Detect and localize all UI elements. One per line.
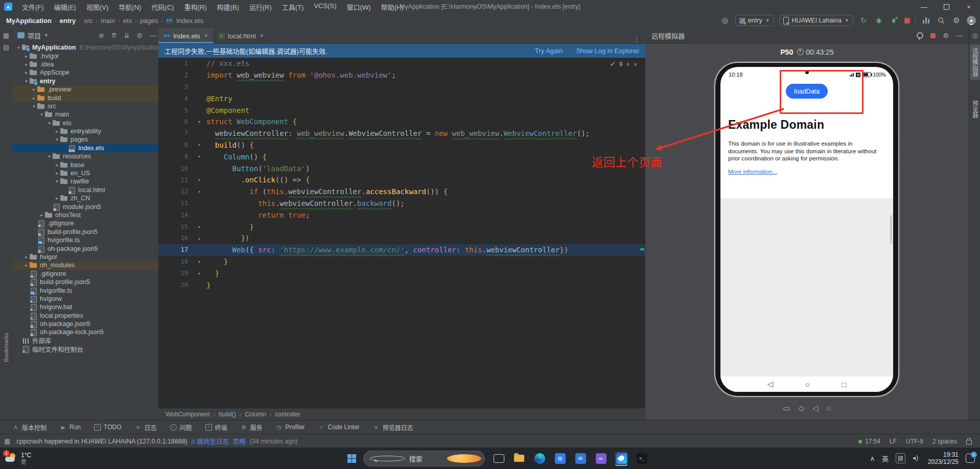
tree-item-build-profile.json5[interactable]: {}build-profile.json5 xyxy=(12,228,158,236)
tree-expand-icon[interactable]: ▸ xyxy=(38,213,45,218)
editor-crumb-Column[interactable]: Column xyxy=(245,411,266,418)
code-line-11[interactable]: 11▾ .onClick(() => { xyxy=(158,174,645,186)
menu-item-文件(F)[interactable]: 文件(F) xyxy=(17,1,49,13)
store-button[interactable]: ⊞ xyxy=(553,452,567,465)
fold-marker[interactable]: ▴ xyxy=(192,259,206,264)
more-information-link[interactable]: More information... xyxy=(728,169,777,175)
tray-expand-icon[interactable]: ∧ xyxy=(870,455,875,462)
tree-item-hvigorfile.ts[interactable]: TShvigorfile.ts xyxy=(12,236,158,244)
code-line-18[interactable]: 18▴ } xyxy=(158,256,645,268)
visual-studio-button[interactable]: ∞ xyxy=(594,452,608,465)
menu-item-视图(V)[interactable]: 视图(V) xyxy=(82,1,113,13)
tree-item-.gitignore[interactable]: ⊘.gitignore xyxy=(12,219,158,227)
jump-to-log-link[interactable]: // 跳转至日志 xyxy=(192,436,229,446)
fold-marker[interactable]: ▴ xyxy=(192,224,206,229)
breadcrumb-item-MyApplication[interactable]: MyApplication xyxy=(6,17,52,25)
stop-icon[interactable] xyxy=(904,18,910,24)
close-tab-icon[interactable]: × xyxy=(204,32,208,39)
code-line-20[interactable]: 20} xyxy=(158,279,645,291)
menu-item-窗口(W)[interactable]: 窗口(W) xyxy=(342,1,376,13)
device-selector[interactable]: HUAWEI Lahaina ▼ xyxy=(779,15,853,26)
page-scrollbar[interactable] xyxy=(890,215,892,244)
tool-window-switcher-icon[interactable]: ▦ xyxy=(4,437,10,445)
code-line-16[interactable]: 16▴ }) xyxy=(158,232,645,244)
toolwindow-button-Profiler[interactable]: ◷Profiler xyxy=(276,424,305,431)
settings-gear-icon[interactable]: ⚙ xyxy=(951,15,962,26)
project-tool-icon[interactable]: ▦ xyxy=(0,32,12,39)
fold-marker[interactable]: ▾ xyxy=(192,190,206,194)
locate-icon[interactable]: ◎ xyxy=(720,15,730,26)
tree-expand-icon[interactable]: ▸ xyxy=(31,87,37,92)
fold-marker[interactable]: ▴ xyxy=(192,271,206,275)
taskbar-search[interactable]: 搜索 xyxy=(363,451,485,466)
remote-emulator-tab[interactable]: 远程模拟器 xyxy=(970,44,980,80)
avatar[interactable] xyxy=(967,16,976,25)
toolwindow-button-问题[interactable]: !问题 xyxy=(170,423,192,432)
speaker-icon[interactable] xyxy=(913,455,921,462)
tree-item-build[interactable]: ▸build xyxy=(12,93,158,102)
project-panel-title[interactable]: 项目 xyxy=(28,31,41,40)
tree-collapse-icon[interactable]: ▾ xyxy=(38,112,45,117)
screenshot-icon[interactable]: ▭ xyxy=(783,404,790,413)
tree-expand-icon[interactable]: ▸ xyxy=(31,96,37,101)
code-area[interactable]: 1// xxx.ets2import web_webview from '@oh… xyxy=(158,58,645,409)
code-line-2[interactable]: 2import web_webview from '@ohos.web.webv… xyxy=(158,69,645,81)
tree-item-entry[interactable]: ▾entry xyxy=(12,77,158,85)
line-ending-indicator[interactable]: LF xyxy=(890,438,897,445)
tree-item-en_US[interactable]: ▸en_US xyxy=(12,169,158,177)
menu-item-运行(R)[interactable]: 运行(R) xyxy=(245,1,276,13)
ime-mode-indicator[interactable]: 拼 xyxy=(896,453,905,463)
start-button[interactable] xyxy=(347,454,356,463)
run-icon[interactable]: ↻ xyxy=(858,15,869,26)
tree-item-外部库[interactable]: 外部库 xyxy=(12,337,158,345)
tree-item-hvigorw.bat[interactable]: ≡hvigorw.bat xyxy=(12,303,158,311)
maximize-button[interactable] xyxy=(935,0,958,13)
toolwindow-button-Run[interactable]: ▶Run xyxy=(60,424,81,431)
tree-expand-icon[interactable]: ▸ xyxy=(54,162,60,168)
ime-lang-indicator[interactable]: 英 xyxy=(882,454,889,463)
tree-item-local.html[interactable]: Hlocal.html xyxy=(12,186,158,194)
readonly-lock-icon[interactable] xyxy=(966,440,972,444)
fold-marker[interactable]: ▴ xyxy=(192,236,206,241)
tree-item-src[interactable]: ▾src xyxy=(12,102,158,110)
code-line-12[interactable]: 12▾ if (this.webviewController.accessBac… xyxy=(158,186,645,198)
profiler-icon[interactable] xyxy=(921,15,931,26)
emulator-settings-icon[interactable]: ⚙ xyxy=(943,32,949,39)
tree-item-rawfile[interactable]: ▾rawfile xyxy=(12,177,158,185)
file-explorer-button[interactable] xyxy=(512,452,526,465)
tree-item-MyApplication[interactable]: ▾MyApplicationE:\HarmonyOS\MyApplication xyxy=(12,43,158,52)
menu-item-导航(N)[interactable]: 导航(N) xyxy=(114,1,146,13)
tree-collapse-icon[interactable]: ▾ xyxy=(31,104,37,109)
toolwindow-button-预览器日志[interactable]: ≡预览器日志 xyxy=(373,423,413,432)
code-line-4[interactable]: 4@Entry xyxy=(158,92,645,104)
tree-item-AppScope[interactable]: ▸AppScope xyxy=(12,68,158,77)
code-line-15[interactable]: 15▴ } xyxy=(158,221,645,232)
code-line-19[interactable]: 19▴ } xyxy=(158,267,645,279)
editor-crumb-build()[interactable]: build() xyxy=(219,411,236,418)
tab-local-html[interactable]: H local.html × xyxy=(213,28,269,43)
toolwindow-button-版本控制[interactable]: Y版本控制 xyxy=(12,423,46,432)
terminal-button[interactable]: >_ xyxy=(635,452,648,465)
tree-item-oh-package-lock.json5[interactable]: {}oh-package-lock.json5 xyxy=(12,328,158,336)
home-icon[interactable]: ○ xyxy=(827,404,831,413)
tree-expand-icon[interactable]: ▸ xyxy=(54,196,60,201)
tree-item-module.json5[interactable]: {}module.json5 xyxy=(12,202,158,210)
tree-item-zh_CN[interactable]: ▸zh_CN xyxy=(12,194,158,202)
inspection-widget[interactable]: ✔ 9 ∧ ∨ xyxy=(610,60,637,68)
tree-item-.gitignore[interactable]: ⊘.gitignore xyxy=(12,270,158,278)
breadcrumb-item-entry[interactable]: entry xyxy=(60,17,76,25)
tree-item-pages[interactable]: ▾pages xyxy=(12,135,158,144)
tree-collapse-icon[interactable]: ▾ xyxy=(15,45,22,50)
expand-all-icon[interactable]: ⇈ xyxy=(109,32,119,39)
previewer-tab[interactable]: 预览器 xyxy=(971,101,979,119)
search-icon[interactable] xyxy=(936,15,946,26)
tree-item-.hvigor[interactable]: ▸.hvigor xyxy=(12,52,158,60)
chevron-down-icon[interactable]: ▼ xyxy=(44,33,49,38)
tree-item-.idea[interactable]: ▸.idea xyxy=(12,60,158,68)
tree-collapse-icon[interactable]: ▾ xyxy=(54,137,60,142)
try-again-link[interactable]: Try Again xyxy=(535,47,563,55)
minimize-button[interactable]: — xyxy=(913,0,935,13)
toolwindow-button-日志[interactable]: ≡日志 xyxy=(134,423,156,432)
next-issue-icon[interactable]: ∨ xyxy=(634,61,637,67)
pin-icon[interactable] xyxy=(917,32,923,39)
